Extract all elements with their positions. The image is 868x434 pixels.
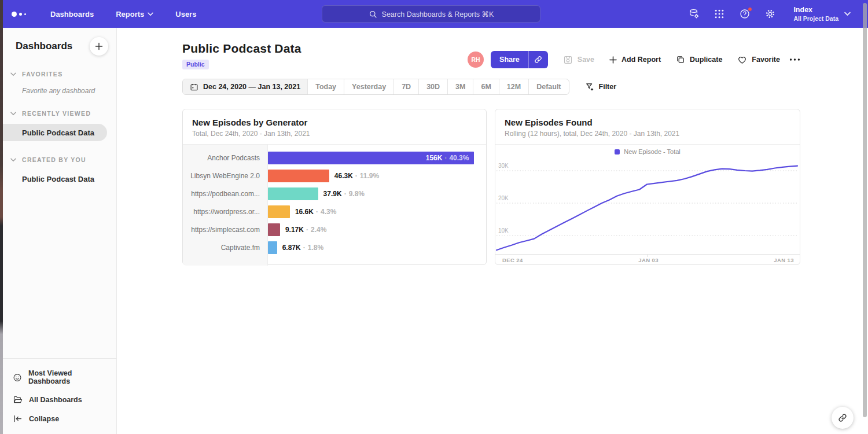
nav-item-reports[interactable]: Reports	[116, 10, 153, 19]
app-logo-icon[interactable]	[12, 12, 26, 17]
line-chart-subtitle: Rolling (12 hours), total, Dec 24th, 202…	[505, 130, 790, 138]
bar	[268, 241, 277, 254]
bar-value-label: 37.9K·9.8%	[323, 187, 365, 200]
workspace-switcher[interactable]: Index All Project Data	[793, 6, 851, 22]
x-tick-mark	[648, 255, 648, 257]
bar-category-label: https://wordpress.or...	[183, 208, 268, 216]
bar-row: https://podbean.com...37.9K·9.8%	[183, 185, 486, 203]
apps-grid-icon[interactable]	[713, 8, 725, 20]
search-placeholder: Search Dashboards & Reports ⌘K	[382, 10, 494, 19]
search-icon	[369, 10, 377, 19]
range-preset-default[interactable]: Default	[528, 79, 568, 94]
smiley-icon	[13, 373, 22, 382]
y-tick-label: 10K	[498, 227, 509, 234]
range-preset-7d[interactable]: 7D	[393, 79, 418, 94]
more-options-button[interactable]	[789, 58, 800, 61]
x-tick-mid: JAN 03	[638, 257, 659, 263]
save-icon	[563, 55, 573, 65]
bar-row: Captivate.fm6.87K·1.8%	[183, 238, 486, 256]
top-nav: Dashboards Reports Users Search Dashboar…	[0, 0, 868, 28]
visibility-badge: Public	[182, 60, 209, 69]
sidebar-section-recently-viewed[interactable]: RECENTLY VIEWED	[3, 110, 116, 117]
range-presets: TodayYesterday7D30D3M6M12MDefault	[307, 79, 568, 94]
nav-item-dashboards[interactable]: Dashboards	[50, 10, 94, 19]
bar-row: https://simplecast.com9.17K·2.4%	[183, 220, 486, 238]
sidebar: Dashboards FAVORITES Favorite any dashbo…	[3, 28, 117, 434]
share-button[interactable]: Share	[491, 51, 528, 68]
sidebar-footer: Most Viewed Dashboards All Dashboards Co…	[3, 358, 116, 434]
nav-item-users[interactable]: Users	[175, 10, 196, 19]
bar-chart-plot: Anchor Podcasts156K·40.3%Libsyn WebEngin…	[183, 145, 486, 266]
sidebar-title: Dashboards	[16, 41, 72, 52]
chevron-down-icon	[148, 12, 153, 16]
chevron-down-icon	[10, 72, 16, 76]
x-axis: DEC 24 JAN 03 JAN 13	[495, 255, 800, 266]
sidebar-section-favorites[interactable]: FAVORITES	[3, 71, 116, 78]
chevron-down-icon	[10, 158, 16, 162]
most-viewed-dashboards-link[interactable]: Most Viewed Dashboards	[3, 365, 116, 390]
collapse-sidebar-button[interactable]: Collapse	[3, 409, 116, 428]
bar-category-label: Captivate.fm	[183, 244, 268, 252]
bar	[268, 223, 280, 236]
bar-row: Anchor Podcasts156K·40.3%	[183, 149, 486, 167]
y-tick-label: 20K	[498, 195, 509, 201]
nav-utilities: Index All Project Data	[688, 0, 851, 28]
filter-button[interactable]: Filter	[585, 82, 617, 91]
bar-chart-title: New Episodes by Generator	[192, 117, 477, 127]
bar-category-label: https://simplecast.com	[183, 226, 268, 234]
range-preset-30d[interactable]: 30D	[418, 79, 447, 94]
ellipsis-icon	[789, 58, 800, 61]
workspace-name: Index	[793, 6, 838, 15]
range-preset-yesterday[interactable]: Yesterday	[344, 79, 393, 94]
range-preset-12m[interactable]: 12M	[499, 79, 528, 94]
line-series	[496, 166, 797, 251]
range-preset-today[interactable]: Today	[307, 79, 344, 94]
chevron-down-icon	[10, 112, 16, 116]
add-report-button[interactable]: Add Report	[609, 56, 661, 64]
heart-icon	[737, 55, 747, 65]
line-chart-title: New Episodes Found	[505, 117, 790, 127]
bar-chart-card: New Episodes by Generator Total, Dec 24t…	[182, 109, 487, 265]
bar-category-label: https://podbean.com...	[183, 190, 268, 198]
date-range-button[interactable]: Dec 24, 2020 — Jan 13, 2021	[183, 79, 307, 94]
vertical-scrollbar[interactable]	[863, 3, 867, 417]
bar-value-label: 9.17K·2.4%	[285, 223, 326, 236]
all-dashboards-link[interactable]: All Dashboards	[3, 390, 116, 409]
legend-label: New Episode - Total	[624, 148, 681, 155]
duplicate-button[interactable]: Duplicate	[676, 55, 722, 64]
bar-value-label: 6.87K·1.8%	[282, 241, 323, 254]
favorites-empty-hint: Favorite any dashboard	[3, 78, 116, 95]
primary-nav: Dashboards Reports Users	[50, 10, 196, 19]
x-tick-start: DEC 24	[502, 257, 523, 263]
dashboard-actions: RH Share Save Add Report Duplicate Favor…	[468, 51, 800, 68]
line-chart-card: New Episodes Found Rolling (12 hours), t…	[495, 109, 800, 265]
date-range-control: Dec 24, 2020 — Jan 13, 2021 TodayYesterd…	[182, 79, 569, 95]
range-preset-6m[interactable]: 6M	[473, 79, 498, 94]
sidebar-item-public-podcast-data[interactable]: Public Podcast Data	[3, 124, 107, 141]
duplicate-icon	[676, 55, 685, 64]
search-input[interactable]: Search Dashboards & Reports ⌘K	[322, 5, 540, 23]
save-button[interactable]: Save	[563, 55, 594, 65]
bar-value-label: 46.3K·11.9%	[334, 170, 379, 182]
workspace-scope: All Project Data	[793, 15, 838, 22]
data-sources-icon[interactable]	[688, 8, 700, 20]
sidebar-item-public-podcast-data-2[interactable]: Public Podcast Data	[3, 170, 116, 187]
avatar[interactable]: RH	[468, 52, 484, 68]
notification-dot	[748, 7, 752, 12]
bar-row: Libsyn WebEngine 2.046.3K·11.9%	[183, 167, 486, 185]
floating-link-button[interactable]	[832, 407, 854, 429]
favorite-button[interactable]: Favorite	[737, 55, 780, 65]
plus-icon	[95, 42, 103, 50]
folder-icon	[13, 395, 23, 404]
filter-icon	[585, 82, 594, 91]
x-tick-end: JAN 13	[774, 257, 794, 263]
main-content: Public Podcast Data Public RH Share Save…	[117, 28, 868, 434]
settings-icon[interactable]	[764, 8, 776, 20]
link-icon	[837, 413, 848, 423]
help-icon[interactable]	[739, 8, 751, 20]
new-dashboard-button[interactable]	[90, 37, 108, 56]
sidebar-section-created-by-you[interactable]: CREATED BY YOU	[3, 156, 116, 163]
bar	[268, 187, 318, 200]
share-link-button[interactable]	[528, 51, 548, 68]
range-preset-3m[interactable]: 3M	[447, 79, 473, 94]
